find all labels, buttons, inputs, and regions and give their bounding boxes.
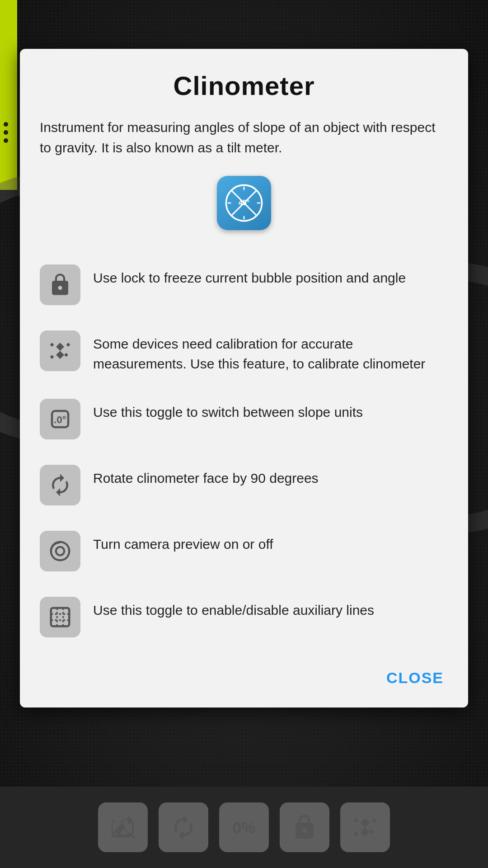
camera-off-icon <box>109 814 136 841</box>
feature-text-lock: Use lock to freeze current bubble positi… <box>93 264 406 288</box>
feature-text-calibrate: Some devices need calibration for accura… <box>93 330 448 373</box>
feature-text-camera: Turn camera preview on or off <box>93 531 273 554</box>
zero-percent-icon: 0% <box>230 814 258 841</box>
toolbar-lock-icon <box>291 814 318 841</box>
toolbar-camera-off-button[interactable] <box>98 802 148 852</box>
slope-units-icon-box: .0° <box>40 399 80 439</box>
clinometer-app-icon: 45° <box>217 176 271 230</box>
svg-rect-11 <box>51 608 70 627</box>
clinometer-svg-icon: 45° <box>224 183 264 223</box>
feature-item-aux-lines: Use this toggle to enable/disable auxili… <box>40 584 448 650</box>
feature-text-slope-units: Use this toggle to switch between slope … <box>93 399 363 422</box>
feature-item-slope-units: .0° Use this toggle to switch between sl… <box>40 386 448 452</box>
feature-item-calibrate: Some devices need calibration for accura… <box>40 318 448 386</box>
toolbar-rotate-icon <box>170 814 197 841</box>
left-stripe <box>0 0 17 190</box>
calibrate-icon <box>48 339 72 363</box>
camera-icon <box>48 539 72 563</box>
feature-text-rotate: Rotate clinometer face by 90 degrees <box>93 465 319 488</box>
aux-lines-icon <box>48 605 72 629</box>
slope-units-icon: .0° <box>48 407 72 431</box>
feature-list: Use lock to freeze current bubble positi… <box>40 252 448 650</box>
svg-text:0%: 0% <box>233 819 256 836</box>
dialog-description: Instrument for measuring angles of slope… <box>40 117 448 158</box>
left-stripe-dots <box>4 122 8 143</box>
rotate-icon-box <box>40 465 80 505</box>
aux-lines-icon-box <box>40 597 80 637</box>
dot-1 <box>4 122 8 127</box>
toolbar-zero-percent-button[interactable]: 0% <box>219 802 269 852</box>
camera-icon-box <box>40 531 80 571</box>
app-icon-container: 45° <box>40 176 448 230</box>
calibrate-icon-box <box>40 330 80 371</box>
dialog-footer: CLOSE <box>40 665 448 691</box>
dialog-title: Clinometer <box>40 71 448 101</box>
feature-item-lock: Use lock to freeze current bubble positi… <box>40 252 448 318</box>
dot-3 <box>4 138 8 143</box>
toolbar-calibrate-icon <box>352 814 379 841</box>
dialog: Clinometer Instrument for measuring angl… <box>20 49 468 708</box>
svg-text:45°: 45° <box>239 198 249 207</box>
close-button[interactable]: CLOSE <box>382 665 448 691</box>
lock-icon-box <box>40 264 80 305</box>
toolbar-rotate-button[interactable] <box>159 802 208 852</box>
svg-text:.0°: .0° <box>54 414 66 425</box>
feature-item-rotate: Rotate clinometer face by 90 degrees <box>40 452 448 518</box>
toolbar-lock-button[interactable] <box>280 802 329 852</box>
toolbar-calibrate-button[interactable] <box>340 802 390 852</box>
bottom-toolbar: 0% <box>0 787 488 868</box>
lock-icon <box>48 273 72 297</box>
dot-2 <box>4 130 8 135</box>
feature-text-aux-lines: Use this toggle to enable/disable auxili… <box>93 597 374 620</box>
feature-item-camera: Turn camera preview on or off <box>40 518 448 584</box>
rotate-icon <box>48 473 72 497</box>
